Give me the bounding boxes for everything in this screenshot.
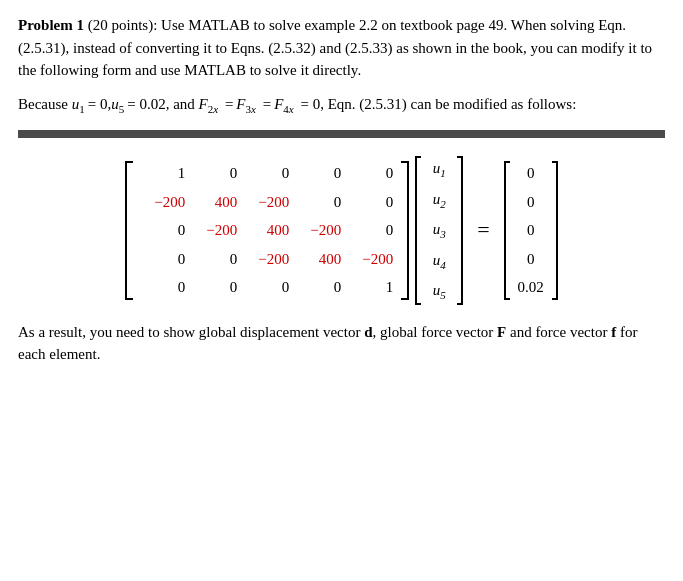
u-vec-left-bracket — [415, 156, 421, 305]
r-4: 0.02 — [513, 275, 549, 300]
matrix-equation: 1 0 0 0 0 −200 400 −200 0 0 0 −200 400 −… — [18, 156, 665, 305]
m-4-0: 0 — [137, 275, 189, 300]
r-3: 0 — [513, 247, 549, 272]
u5-symbol: u — [111, 96, 119, 112]
matrix-container: 1 0 0 0 0 −200 400 −200 0 0 0 −200 400 −… — [125, 156, 557, 305]
u1-vec: u1 — [424, 156, 454, 183]
m-2-0: 0 — [137, 218, 189, 243]
f-bold: f — [611, 324, 616, 340]
result-description: As a result, you need to show global dis… — [18, 321, 665, 366]
m-3-0: 0 — [137, 247, 189, 272]
m-4-1: 0 — [189, 275, 241, 300]
u2-vec: u2 — [424, 187, 454, 214]
d-bold: d — [364, 324, 372, 340]
r-2: 0 — [513, 218, 549, 243]
m-3-3: 400 — [293, 247, 345, 272]
m-4-4: 1 — [345, 275, 397, 300]
m-1-4: 0 — [345, 190, 397, 215]
problem-header: Problem 1 — [18, 17, 84, 33]
result-vector: 0 0 0 0 0.02 — [513, 161, 549, 300]
m-0-1: 0 — [189, 161, 241, 186]
m-3-2: −200 — [241, 247, 293, 272]
equals-sign: = — [469, 217, 497, 243]
u3-vec: u3 — [424, 217, 454, 244]
m-0-3: 0 — [293, 161, 345, 186]
F4x-symbol: F — [274, 96, 283, 112]
m-3-1: 0 — [189, 247, 241, 272]
m-2-3: −200 — [293, 218, 345, 243]
m-4-2: 0 — [241, 275, 293, 300]
F2x-sub: 2x — [208, 103, 218, 115]
m-1-2: −200 — [241, 190, 293, 215]
matrix-left-bracket — [125, 161, 133, 300]
m-4-3: 0 — [293, 275, 345, 300]
u-vector-bracket: u1 u2 u3 u4 u5 — [415, 156, 463, 305]
F-bold: F — [497, 324, 506, 340]
m-1-3: 0 — [293, 190, 345, 215]
result-vec-left-bracket — [504, 161, 510, 300]
problem-description: Problem 1 (20 points): Use MATLAB to sol… — [18, 14, 665, 82]
problem-points: (20 points): Use MATLAB to solve example… — [18, 17, 652, 78]
m-2-4: 0 — [345, 218, 397, 243]
m-2-2: 400 — [241, 218, 293, 243]
m-2-1: −200 — [189, 218, 241, 243]
m-3-4: −200 — [345, 247, 397, 272]
F4x-sub: 4x — [283, 103, 293, 115]
main-matrix-bracket: 1 0 0 0 0 −200 400 −200 0 0 0 −200 400 −… — [125, 161, 409, 300]
main-matrix: 1 0 0 0 0 −200 400 −200 0 0 0 −200 400 −… — [137, 161, 397, 300]
m-1-1: 400 — [189, 190, 241, 215]
section-divider — [18, 130, 665, 138]
matrix-right-bracket — [401, 161, 409, 300]
r-1: 0 — [513, 190, 549, 215]
because-line: Because u1 = 0,u5 = 0.02, and F2x = F3x … — [18, 92, 665, 119]
r-0: 0 — [513, 161, 549, 186]
u5-sub: 5 — [119, 103, 125, 115]
F3x-sub: 3x — [246, 103, 256, 115]
m-1-0: −200 — [137, 190, 189, 215]
u5-vec: u5 — [424, 278, 454, 305]
u4-vec: u4 — [424, 248, 454, 275]
u1-sub: 1 — [79, 103, 85, 115]
shown-word: shown — [413, 40, 452, 56]
m-0-4: 0 — [345, 161, 397, 186]
m-0-0: 1 — [137, 161, 189, 186]
m-0-2: 0 — [241, 161, 293, 186]
F2x-symbol: F — [199, 96, 208, 112]
u-vector: u1 u2 u3 u4 u5 — [424, 156, 454, 305]
result-vector-bracket: 0 0 0 0 0.02 — [504, 161, 558, 300]
F3x-symbol: F — [236, 96, 245, 112]
u-vec-right-bracket — [457, 156, 463, 305]
result-vec-right-bracket — [552, 161, 558, 300]
